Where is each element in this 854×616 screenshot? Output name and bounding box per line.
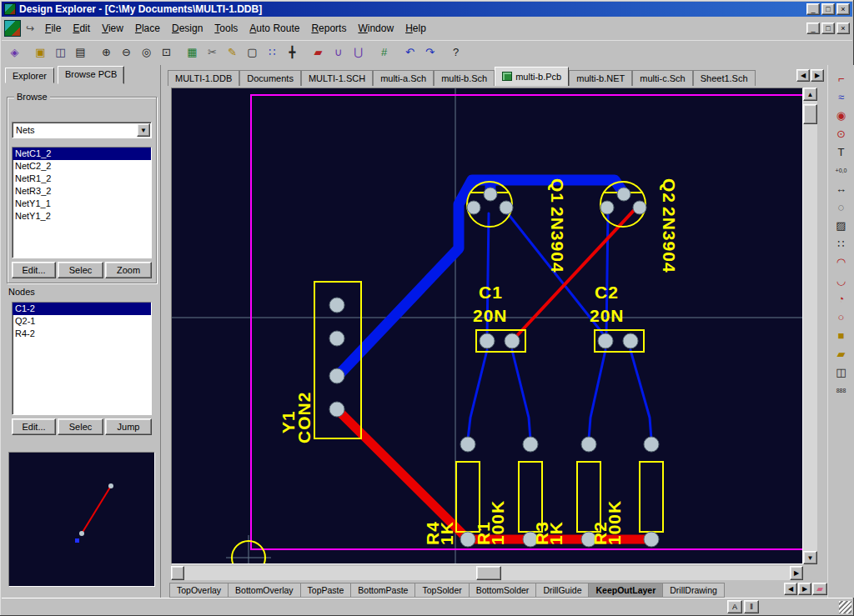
pad[interactable] [600, 201, 614, 214]
tab-scroll-left-icon[interactable]: ◀ [796, 69, 810, 82]
pad[interactable] [329, 402, 344, 417]
pad[interactable] [329, 331, 344, 346]
place-circle-icon[interactable]: ○ [831, 308, 851, 325]
pcb-editor-icon[interactable]: ▦ [183, 43, 202, 62]
designator-q2[interactable]: Q2 [660, 178, 679, 203]
menu-design[interactable]: Design [166, 20, 208, 37]
list-item-net[interactable]: NetC1_2 [13, 148, 151, 160]
nodes-list[interactable]: C1-2 Q2-1 R4-2 [12, 302, 152, 415]
wire-icon[interactable]: ✎ [223, 43, 242, 62]
pad[interactable] [633, 201, 646, 214]
doc-tab-active[interactable]: multi-b.Pcb [495, 67, 569, 86]
help-icon[interactable]: ? [446, 43, 465, 62]
menu-tools[interactable]: Tools [208, 20, 244, 37]
list-item-node[interactable]: C1-2 [13, 303, 151, 315]
place-arc-center-icon[interactable]: ◡ [831, 272, 851, 288]
pcb-canvas[interactable]: Q1 2N3904 Q2 2N3904 C1 20N C2 20N Y1 CON… [171, 88, 803, 564]
comment-y1[interactable]: CON2 [294, 392, 314, 443]
scroll-left-icon[interactable] [171, 566, 184, 580]
select-area-icon[interactable]: ▢ [243, 43, 262, 62]
select-net-button[interactable]: Selec [58, 262, 103, 278]
list-item-net[interactable]: NetR3_2 [13, 185, 151, 198]
layer-scroll-left-icon[interactable]: ◀ [784, 583, 797, 595]
place-string-icon[interactable]: T [831, 143, 851, 160]
pad[interactable] [500, 201, 513, 214]
browse-mode-dropdown[interactable]: Nets ▼ [12, 122, 152, 138]
annotation-toggle-icon[interactable]: A [727, 600, 742, 613]
move-icon[interactable]: ╋ [283, 43, 302, 62]
place-polygon-icon[interactable]: ▰ [831, 345, 851, 362]
designator-q1[interactable]: Q1 [548, 178, 567, 203]
mask-icon[interactable]: ∪ [329, 43, 348, 62]
layer-tab-topsolder[interactable]: TopSolder [415, 583, 469, 598]
open-icon[interactable]: ▣ [31, 43, 50, 62]
undo-icon[interactable]: ↶ [400, 43, 419, 62]
designator-c2[interactable]: C2 [595, 283, 619, 302]
comment-c1[interactable]: 20N [473, 306, 508, 325]
maximize-button[interactable]: □ [821, 3, 835, 15]
layer-tab-toppaste[interactable]: TopPaste [301, 583, 352, 598]
layer-tab-drillguide[interactable]: DrillGuide [536, 583, 589, 598]
nets-list[interactable]: NetC1_2 NetC2_2 NetR1_2 NetR3_2 NetY1_1 … [12, 147, 152, 258]
menu-file[interactable]: File [39, 20, 67, 37]
menu-auto-route[interactable]: Auto Route [244, 20, 305, 37]
layer-config-icon[interactable]: ▰ [812, 583, 827, 595]
comment-r3[interactable]: 1K [546, 521, 565, 545]
pad[interactable] [598, 333, 613, 348]
place-dimension-icon[interactable]: ↔ [831, 180, 851, 197]
zoom-net-button[interactable]: Zoom [105, 262, 152, 278]
mdi-minimize-button[interactable]: _ [806, 23, 820, 34]
knife-icon[interactable]: ✂ [203, 43, 222, 62]
pad[interactable] [505, 333, 520, 348]
menu-view[interactable]: View [96, 20, 129, 37]
place-arc-edge-icon[interactable]: ◠ [831, 253, 851, 270]
mdi-close-button[interactable]: × [836, 23, 850, 34]
grid-icon[interactable]: # [374, 43, 394, 62]
list-item-net[interactable]: NetR1_2 [13, 173, 151, 185]
edit-node-button[interactable]: Edit... [12, 418, 56, 435]
place-fill-icon[interactable]: ■ [831, 327, 851, 343]
pad[interactable] [460, 437, 475, 452]
place-split-plane-icon[interactable]: ◫ [831, 363, 851, 380]
layer-tab-bottomsolder[interactable]: BottomSolder [470, 583, 537, 598]
place-connector-icon[interactable]: 888 [831, 382, 851, 398]
system-menu-arrow-icon[interactable]: ↪ [26, 23, 34, 34]
menu-place[interactable]: Place [129, 20, 166, 37]
vertical-scrollbar[interactable]: ▲ ▼ [803, 88, 817, 564]
deselect-icon[interactable]: ∷ [263, 43, 282, 62]
pad[interactable] [617, 188, 630, 201]
vertical-scroll-thumb[interactable] [803, 104, 817, 124]
clear-mask-icon[interactable]: ⋃ [349, 43, 368, 62]
save-icon[interactable]: ◫ [51, 43, 70, 62]
pad[interactable] [467, 201, 480, 214]
zoom-area-icon[interactable]: ⊡ [157, 43, 176, 62]
comment-q1[interactable]: 2N3904 [548, 207, 567, 273]
redo-icon[interactable]: ↷ [420, 43, 440, 62]
pad[interactable] [329, 368, 344, 383]
print-icon[interactable]: ▤ [71, 43, 90, 62]
pad[interactable] [523, 437, 538, 452]
comment-r2[interactable]: 100K [605, 500, 624, 545]
resize-grip[interactable] [839, 601, 851, 613]
scroll-down-icon[interactable]: ▼ [803, 551, 817, 564]
menu-window[interactable]: Window [352, 20, 399, 37]
list-item-node[interactable]: Q2-1 [13, 315, 151, 328]
pad[interactable] [581, 437, 596, 452]
layer-tab-bottompaste[interactable]: BottomPaste [351, 583, 415, 598]
mdi-maximize-button[interactable]: □ [821, 23, 835, 34]
zoom-out-icon[interactable]: ⊖ [117, 43, 136, 62]
horizontal-scrollbar[interactable]: ▶ [171, 566, 803, 580]
doc-tab[interactable]: Documents [239, 70, 301, 86]
layer-tab-bottomoverlay[interactable]: BottomOverlay [229, 583, 300, 598]
edit-net-button[interactable]: Edit... [12, 262, 56, 278]
zoom-all-icon[interactable]: ◎ [137, 43, 156, 62]
pad[interactable] [644, 437, 659, 452]
pad[interactable] [329, 298, 344, 313]
pad[interactable] [623, 333, 638, 348]
doc-tab[interactable]: multi-b.Sch [434, 70, 495, 86]
zoom-in-icon[interactable]: ⊕ [97, 43, 116, 62]
scroll-up-icon[interactable]: ▲ [803, 88, 817, 101]
pad[interactable] [480, 333, 495, 348]
comment-q2[interactable]: 2N3904 [660, 207, 679, 273]
menu-edit[interactable]: Edit [67, 20, 96, 37]
